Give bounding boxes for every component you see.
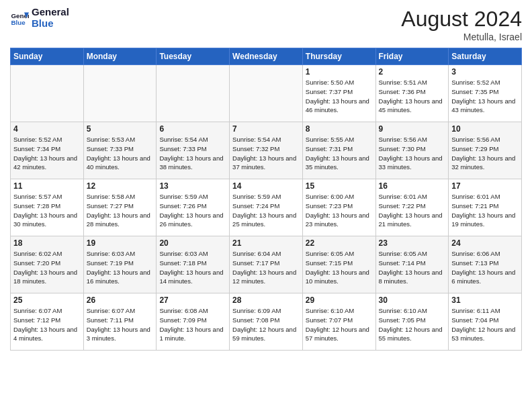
- calendar-cell: 14Sunrise: 5:59 AMSunset: 7:24 PMDayligh…: [230, 179, 303, 236]
- day-info: Sunrise: 6:04 AMSunset: 7:17 PMDaylight:…: [232, 249, 300, 286]
- calendar-cell: 19Sunrise: 6:03 AMSunset: 7:19 PMDayligh…: [83, 236, 157, 293]
- day-info: Sunrise: 6:09 AMSunset: 7:08 PMDaylight:…: [232, 306, 300, 343]
- day-number: 21: [232, 238, 300, 248]
- weekday-header: Friday: [375, 48, 449, 65]
- calendar-cell: 23Sunrise: 6:05 AMSunset: 7:14 PMDayligh…: [375, 236, 449, 293]
- day-info: Sunrise: 6:10 AMSunset: 7:05 PMDaylight:…: [379, 306, 446, 343]
- day-info: Sunrise: 6:00 AMSunset: 7:23 PMDaylight:…: [306, 192, 373, 229]
- weekday-header: Wednesday: [230, 48, 303, 65]
- weekday-header: Monday: [83, 48, 157, 65]
- calendar-cell: [83, 65, 157, 122]
- day-info: Sunrise: 5:59 AMSunset: 7:24 PMDaylight:…: [232, 192, 300, 229]
- calendar-cell: 9Sunrise: 5:56 AMSunset: 7:30 PMDaylight…: [375, 122, 449, 179]
- logo: General Blue General Blue: [10, 7, 69, 29]
- location: Metulla, Israel: [401, 32, 522, 42]
- day-info: Sunrise: 6:08 AMSunset: 7:09 PMDaylight:…: [159, 306, 226, 343]
- day-number: 29: [306, 295, 373, 305]
- calendar-week-row: 1Sunrise: 5:50 AMSunset: 7:37 PMDaylight…: [11, 65, 522, 122]
- day-number: 5: [87, 124, 154, 134]
- calendar-cell: 24Sunrise: 6:06 AMSunset: 7:13 PMDayligh…: [449, 236, 522, 293]
- calendar-cell: 31Sunrise: 6:11 AMSunset: 7:04 PMDayligh…: [449, 293, 522, 351]
- day-number: 4: [13, 124, 81, 134]
- day-number: 9: [379, 124, 446, 134]
- calendar-cell: 26Sunrise: 6:07 AMSunset: 7:11 PMDayligh…: [83, 293, 157, 351]
- calendar-cell: 12Sunrise: 5:58 AMSunset: 7:27 PMDayligh…: [83, 179, 157, 236]
- logo-blue: Blue: [32, 18, 69, 30]
- day-info: Sunrise: 6:01 AMSunset: 7:21 PMDaylight:…: [451, 192, 519, 229]
- calendar-cell: 13Sunrise: 5:59 AMSunset: 7:26 PMDayligh…: [157, 179, 230, 236]
- day-number: 15: [306, 181, 373, 191]
- day-number: 27: [159, 295, 226, 305]
- calendar-table: SundayMondayTuesdayWednesdayThursdayFrid…: [10, 48, 522, 351]
- logo-general: General: [32, 7, 69, 18]
- day-info: Sunrise: 5:54 AMSunset: 7:33 PMDaylight:…: [159, 135, 226, 172]
- calendar-cell: 30Sunrise: 6:10 AMSunset: 7:05 PMDayligh…: [375, 293, 449, 351]
- calendar-cell: 27Sunrise: 6:08 AMSunset: 7:09 PMDayligh…: [157, 293, 230, 351]
- weekday-header: Thursday: [302, 48, 375, 65]
- day-info: Sunrise: 5:56 AMSunset: 7:30 PMDaylight:…: [379, 135, 446, 172]
- day-number: 11: [13, 181, 81, 191]
- day-info: Sunrise: 5:57 AMSunset: 7:28 PMDaylight:…: [13, 192, 81, 229]
- calendar-cell: 22Sunrise: 6:05 AMSunset: 7:15 PMDayligh…: [302, 236, 375, 293]
- calendar-cell: [230, 65, 303, 122]
- day-info: Sunrise: 6:01 AMSunset: 7:22 PMDaylight:…: [379, 192, 446, 229]
- day-number: 12: [87, 181, 154, 191]
- weekday-header: Tuesday: [157, 48, 230, 65]
- day-info: Sunrise: 6:05 AMSunset: 7:14 PMDaylight:…: [379, 249, 446, 286]
- day-number: 24: [451, 238, 519, 248]
- weekday-header-row: SundayMondayTuesdayWednesdayThursdayFrid…: [11, 48, 522, 65]
- calendar-cell: 29Sunrise: 6:10 AMSunset: 7:07 PMDayligh…: [302, 293, 375, 351]
- day-number: 10: [451, 124, 519, 134]
- calendar-cell: 6Sunrise: 5:54 AMSunset: 7:33 PMDaylight…: [157, 122, 230, 179]
- day-info: Sunrise: 5:51 AMSunset: 7:36 PMDaylight:…: [379, 78, 446, 115]
- svg-text:Blue: Blue: [11, 18, 26, 26]
- page-header: General Blue General Blue August 2024 Me…: [10, 7, 522, 42]
- day-number: 28: [232, 295, 300, 305]
- calendar-cell: 25Sunrise: 6:07 AMSunset: 7:12 PMDayligh…: [11, 293, 84, 351]
- day-number: 2: [379, 67, 446, 77]
- day-info: Sunrise: 5:50 AMSunset: 7:37 PMDaylight:…: [306, 78, 373, 115]
- calendar-cell: [11, 65, 84, 122]
- day-number: 22: [306, 238, 373, 248]
- calendar-week-row: 25Sunrise: 6:07 AMSunset: 7:12 PMDayligh…: [11, 293, 522, 351]
- day-info: Sunrise: 5:54 AMSunset: 7:32 PMDaylight:…: [232, 135, 300, 172]
- weekday-header: Saturday: [449, 48, 522, 65]
- day-info: Sunrise: 5:52 AMSunset: 7:35 PMDaylight:…: [451, 78, 519, 115]
- day-info: Sunrise: 6:03 AMSunset: 7:18 PMDaylight:…: [159, 249, 226, 286]
- day-info: Sunrise: 5:58 AMSunset: 7:27 PMDaylight:…: [87, 192, 154, 229]
- calendar-week-row: 4Sunrise: 5:52 AMSunset: 7:34 PMDaylight…: [11, 122, 522, 179]
- calendar-cell: 2Sunrise: 5:51 AMSunset: 7:36 PMDaylight…: [375, 65, 449, 122]
- calendar-cell: 4Sunrise: 5:52 AMSunset: 7:34 PMDaylight…: [11, 122, 84, 179]
- day-number: 7: [232, 124, 300, 134]
- calendar-cell: 7Sunrise: 5:54 AMSunset: 7:32 PMDaylight…: [230, 122, 303, 179]
- calendar-week-row: 18Sunrise: 6:02 AMSunset: 7:20 PMDayligh…: [11, 236, 522, 293]
- calendar-cell: 5Sunrise: 5:53 AMSunset: 7:33 PMDaylight…: [83, 122, 157, 179]
- day-info: Sunrise: 5:55 AMSunset: 7:31 PMDaylight:…: [306, 135, 373, 172]
- day-number: 13: [159, 181, 226, 191]
- weekday-header: Sunday: [11, 48, 84, 65]
- day-number: 19: [87, 238, 154, 248]
- day-info: Sunrise: 6:05 AMSunset: 7:15 PMDaylight:…: [306, 249, 373, 286]
- day-info: Sunrise: 6:02 AMSunset: 7:20 PMDaylight:…: [13, 249, 81, 286]
- day-info: Sunrise: 5:56 AMSunset: 7:29 PMDaylight:…: [451, 135, 519, 172]
- day-number: 20: [159, 238, 226, 248]
- day-number: 3: [451, 67, 519, 77]
- day-number: 6: [159, 124, 226, 134]
- month-year: August 2024: [401, 7, 522, 32]
- calendar-cell: [157, 65, 230, 122]
- day-info: Sunrise: 5:52 AMSunset: 7:34 PMDaylight:…: [13, 135, 81, 172]
- day-info: Sunrise: 6:07 AMSunset: 7:11 PMDaylight:…: [87, 306, 154, 343]
- day-number: 16: [379, 181, 446, 191]
- day-number: 23: [379, 238, 446, 248]
- day-number: 8: [306, 124, 373, 134]
- day-info: Sunrise: 6:10 AMSunset: 7:07 PMDaylight:…: [306, 306, 373, 343]
- day-info: Sunrise: 6:06 AMSunset: 7:13 PMDaylight:…: [451, 249, 519, 286]
- calendar-cell: 11Sunrise: 5:57 AMSunset: 7:28 PMDayligh…: [11, 179, 84, 236]
- calendar-cell: 8Sunrise: 5:55 AMSunset: 7:31 PMDaylight…: [302, 122, 375, 179]
- calendar-cell: 1Sunrise: 5:50 AMSunset: 7:37 PMDaylight…: [302, 65, 375, 122]
- calendar-cell: 28Sunrise: 6:09 AMSunset: 7:08 PMDayligh…: [230, 293, 303, 351]
- day-info: Sunrise: 5:53 AMSunset: 7:33 PMDaylight:…: [87, 135, 154, 172]
- calendar-cell: 17Sunrise: 6:01 AMSunset: 7:21 PMDayligh…: [449, 179, 522, 236]
- day-info: Sunrise: 6:11 AMSunset: 7:04 PMDaylight:…: [451, 306, 519, 343]
- day-number: 25: [13, 295, 81, 305]
